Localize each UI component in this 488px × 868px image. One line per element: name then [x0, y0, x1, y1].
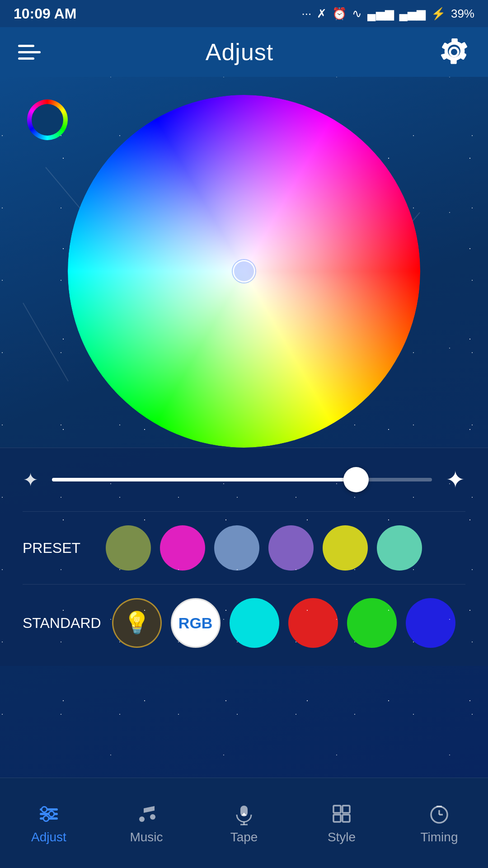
standard-swatch-green[interactable] — [347, 598, 397, 648]
signal-icon: ▄▅▆ — [367, 7, 394, 21]
brightness-row: ✦ ✦ — [23, 466, 465, 493]
preset-swatches — [106, 525, 465, 571]
nav-item-adjust[interactable]: Adjust — [0, 778, 98, 868]
standard-swatch-cyan[interactable] — [230, 598, 279, 648]
menu-line-2 — [18, 51, 41, 53]
brightness-slider-track[interactable] — [52, 478, 432, 481]
sliders-icon — [37, 802, 61, 826]
nav-label-adjust: Adjust — [31, 830, 66, 844]
nav-item-timing[interactable]: Timing — [390, 778, 488, 868]
signal2-icon: ▄▅▆ — [399, 7, 426, 21]
brightness-thumb[interactable] — [343, 467, 369, 492]
standard-swatches: 💡 RGB — [112, 598, 465, 648]
color-ring-indicator[interactable] — [27, 99, 68, 140]
menu-button[interactable] — [18, 45, 41, 60]
grid-icon — [330, 802, 353, 826]
standard-label: STANDARD — [23, 615, 101, 632]
status-bar: 10:09 AM ··· ✗ ⏰ ∿ ▄▅▆ ▄▅▆ ⚡ 39% — [0, 0, 488, 27]
svg-point-4 — [49, 811, 54, 816]
menu-line-3 — [18, 57, 34, 60]
preset-swatch-5[interactable] — [377, 525, 422, 571]
charging-icon: ⚡ — [431, 7, 446, 21]
bluetooth-icon: ✗ — [317, 7, 327, 21]
status-icons: ··· ✗ ⏰ ∿ ▄▅▆ ▄▅▆ ⚡ 39% — [301, 7, 474, 21]
svg-rect-15 — [343, 815, 350, 822]
standard-swatch-red[interactable] — [288, 598, 338, 648]
standard-swatch-bulb[interactable]: 💡 — [112, 598, 162, 648]
mic-icon — [232, 802, 256, 826]
svg-point-6 — [139, 816, 145, 822]
svg-point-5 — [43, 816, 49, 821]
main-content: ✦ ✦ PRESET STANDARD — [0, 77, 488, 778]
nav-item-music[interactable]: Music — [98, 778, 195, 868]
clock-icon — [427, 802, 451, 826]
battery-level: 39% — [451, 7, 474, 21]
nav-label-style: Style — [328, 830, 356, 844]
color-picker-handle[interactable] — [233, 260, 255, 283]
svg-point-7 — [150, 814, 155, 820]
preset-swatch-1[interactable] — [160, 525, 205, 571]
brightness-fill — [52, 478, 356, 481]
wifi-icon: ∿ — [352, 7, 362, 21]
preset-swatch-4[interactable] — [323, 525, 368, 571]
svg-point-3 — [42, 807, 47, 812]
nav-label-timing: Timing — [421, 830, 458, 844]
bulb-icon: 💡 — [123, 610, 150, 636]
standard-row: STANDARD 💡 RGB — [23, 584, 465, 648]
settings-button[interactable] — [438, 36, 470, 68]
top-bar: Adjust — [0, 27, 488, 77]
rgb-label: RGB — [178, 614, 213, 632]
nav-label-tape: Tape — [230, 830, 258, 844]
svg-rect-12 — [333, 806, 341, 813]
color-wheel-section — [0, 77, 488, 448]
color-wheel-wrap[interactable] — [68, 95, 420, 448]
preset-label: PRESET — [23, 540, 95, 557]
brightness-min-icon: ✦ — [23, 469, 38, 491]
dots-icon: ··· — [301, 7, 311, 21]
brightness-max-icon: ✦ — [446, 466, 465, 493]
preset-swatch-3[interactable] — [268, 525, 314, 571]
svg-rect-13 — [343, 806, 350, 813]
nav-item-style[interactable]: Style — [293, 778, 390, 868]
page-title: Adjust — [206, 38, 274, 66]
preset-row: PRESET — [23, 511, 465, 571]
bottom-nav: Adjust Music Tape Style — [0, 778, 488, 868]
nav-label-music: Music — [130, 830, 163, 844]
preset-swatch-0[interactable] — [106, 525, 151, 571]
nav-item-tape[interactable]: Tape — [195, 778, 293, 868]
preset-swatch-2[interactable] — [214, 525, 259, 571]
status-time: 10:09 AM — [14, 5, 76, 22]
svg-rect-14 — [333, 815, 341, 822]
alarm-icon: ⏰ — [332, 7, 347, 21]
standard-swatch-rgb[interactable]: RGB — [171, 598, 221, 648]
menu-line-1 — [18, 45, 34, 47]
controls-section: ✦ ✦ PRESET STANDARD — [0, 448, 488, 666]
music-icon — [135, 802, 158, 826]
standard-swatch-blue[interactable] — [406, 598, 455, 648]
